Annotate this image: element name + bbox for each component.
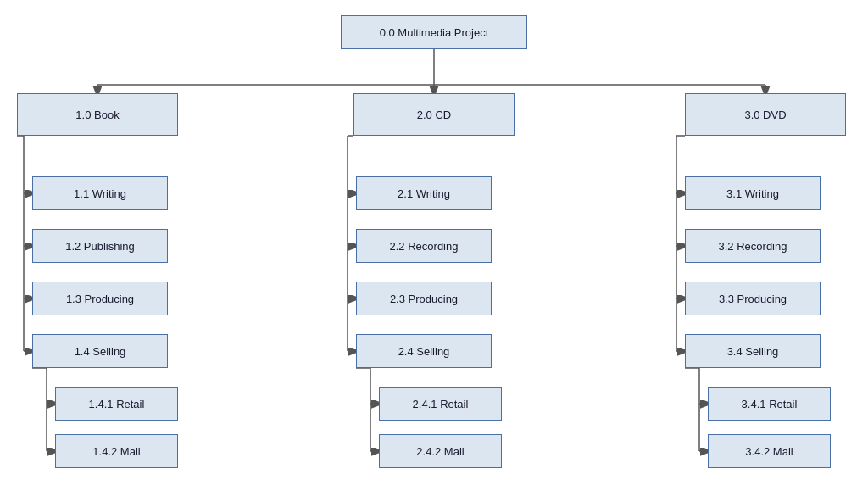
node-1-3: 1.3 Producing	[32, 282, 168, 315]
node-3-4-2: 3.4.2 Mail	[708, 434, 831, 468]
node-1-2-label: 1.2 Publishing	[65, 240, 135, 253]
node-2-4-2: 2.4.2 Mail	[379, 434, 502, 468]
node-2-1-label: 2.1 Writing	[398, 187, 450, 200]
node-3-3-label: 3.3 Producing	[719, 293, 787, 305]
node-1-3-label: 1.3 Producing	[66, 293, 134, 305]
node-3-1-label: 3.1 Writing	[726, 187, 779, 200]
node-1-4-2: 1.4.2 Mail	[55, 434, 178, 468]
node-2-4-1: 2.4.1 Retail	[379, 387, 502, 421]
node-2-3-label: 2.3 Producing	[390, 293, 458, 305]
node-3-3: 3.3 Producing	[685, 282, 821, 315]
node-1-4-label: 1.4 Selling	[75, 345, 126, 358]
node-2: 2.0 CD	[353, 93, 515, 136]
node-1-label: 1.0 Book	[75, 109, 119, 121]
node-2-2-label: 2.2 Recording	[390, 240, 459, 253]
node-1-4-2-label: 1.4.2 Mail	[92, 445, 140, 458]
node-2-2: 2.2 Recording	[356, 229, 492, 263]
node-2-4-label: 2.4 Selling	[398, 345, 450, 358]
node-1-4-1: 1.4.1 Retail	[55, 387, 178, 421]
node-1-4-1-label: 1.4.1 Retail	[89, 398, 145, 410]
node-2-4: 2.4 Selling	[356, 334, 492, 368]
node-2-4-1-label: 2.4.1 Retail	[413, 398, 469, 410]
node-3-4-1: 3.4.1 Retail	[708, 387, 831, 421]
node-root: 0.0 Multimedia Project	[341, 15, 527, 49]
node-1: 1.0 Book	[17, 93, 178, 136]
node-3-4-label: 3.4 Selling	[727, 345, 779, 358]
node-3-4: 3.4 Selling	[685, 334, 821, 368]
node-2-label: 2.0 CD	[417, 109, 451, 121]
node-3-2: 3.2 Recording	[685, 229, 821, 263]
node-1-1: 1.1 Writing	[32, 176, 168, 210]
node-1-4: 1.4 Selling	[32, 334, 168, 368]
node-2-4-2-label: 2.4.2 Mail	[416, 445, 464, 458]
node-3-4-2-label: 3.4.2 Mail	[745, 445, 793, 458]
node-2-3: 2.3 Producing	[356, 282, 492, 315]
wbs-diagram: 0.0 Multimedia Project 1.0 Book 2.0 CD 3…	[0, 0, 868, 491]
node-3-4-1-label: 3.4.1 Retail	[742, 398, 798, 410]
node-3-1: 3.1 Writing	[685, 176, 821, 210]
node-3-label: 3.0 DVD	[744, 109, 786, 121]
node-3-2-label: 3.2 Recording	[719, 240, 787, 253]
node-2-1: 2.1 Writing	[356, 176, 492, 210]
node-3: 3.0 DVD	[685, 93, 846, 136]
node-root-label: 0.0 Multimedia Project	[380, 26, 489, 39]
node-1-1-label: 1.1 Writing	[74, 187, 126, 200]
node-1-2: 1.2 Publishing	[32, 229, 168, 263]
